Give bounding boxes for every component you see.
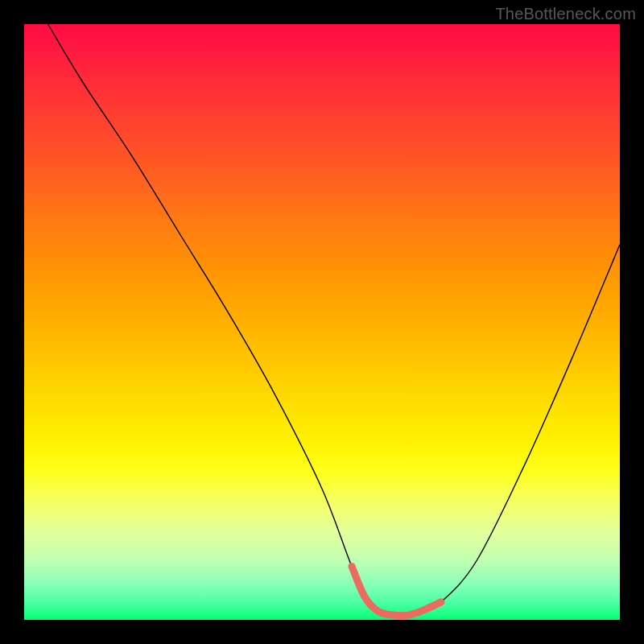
bottleneck-curve bbox=[48, 24, 620, 615]
gradient-background bbox=[24, 24, 620, 620]
attribution-watermark: TheBottleneck.com bbox=[495, 5, 636, 23]
chart-frame: TheBottleneck.com bbox=[0, 0, 644, 644]
optimal-range-highlight bbox=[352, 566, 441, 615]
chart-svg bbox=[24, 24, 620, 620]
